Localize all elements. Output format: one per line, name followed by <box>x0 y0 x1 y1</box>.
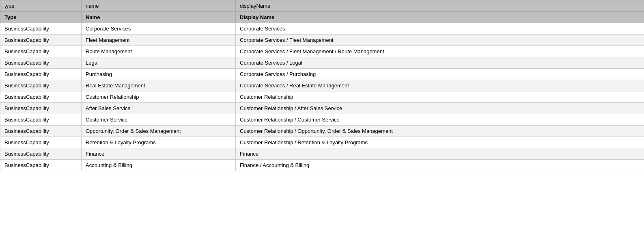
col-header-name-label: name <box>82 0 236 12</box>
cell-type: BusinessCapability <box>0 137 82 148</box>
cell-type: BusinessCapability <box>0 69 82 80</box>
col-header-type-label: type <box>0 0 82 12</box>
table-row: BusinessCapabilityFinanceFinance <box>0 148 644 160</box>
table-row: BusinessCapabilityOpportunity, Order & S… <box>0 126 644 137</box>
cell-type: BusinessCapability <box>0 126 82 137</box>
cell-type: BusinessCapability <box>0 80 82 91</box>
cell-name: Opportunity, Order & Sales Management <box>82 126 236 137</box>
table-row: BusinessCapabilityAccounting & BillingFi… <box>0 160 644 171</box>
cell-displayname: Customer Relationship / Opportunity, Ord… <box>236 126 644 137</box>
cell-name: Legal <box>82 57 236 69</box>
cell-displayname: Corporate Services / Legal <box>236 57 644 69</box>
cell-type: BusinessCapability <box>0 103 82 114</box>
cell-displayname: Finance / Accounting & Billing <box>236 160 644 171</box>
cell-name: Customer Service <box>82 114 236 126</box>
cell-displayname: Corporate Services / Fleet Management / … <box>236 46 644 57</box>
cell-type: BusinessCapability <box>0 35 82 46</box>
cell-displayname: Corporate Services / Real Estate Managem… <box>236 80 644 91</box>
cell-name: Fleet Management <box>82 35 236 46</box>
col-header-type-bold: Type <box>0 12 82 23</box>
cell-displayname: Customer Relationship / Retention & Loya… <box>236 137 644 148</box>
header-row-bold: Type Name Display Name <box>0 12 644 23</box>
table-row: BusinessCapabilityPurchasingCorporate Se… <box>0 69 644 80</box>
cell-displayname: Corporate Services / Purchasing <box>236 69 644 80</box>
cell-name: Retention & Loyalty Programs <box>82 137 236 148</box>
header-row-labels: type name displayName <box>0 0 644 12</box>
data-table: type name displayName Type Name Display … <box>0 0 644 171</box>
table-row: BusinessCapabilityAfter Sales ServiceCus… <box>0 103 644 114</box>
cell-name: Real Estate Management <box>82 80 236 91</box>
cell-type: BusinessCapability <box>0 57 82 69</box>
cell-displayname: Finance <box>236 148 644 160</box>
table-row: BusinessCapabilityFleet ManagementCorpor… <box>0 35 644 46</box>
cell-displayname: Customer Relationship / Customer Service <box>236 114 644 126</box>
cell-name: Corporate Services <box>82 23 236 35</box>
cell-type: BusinessCapability <box>0 46 82 57</box>
col-header-displayname-label: displayName <box>236 0 644 12</box>
cell-name: After Sales Service <box>82 103 236 114</box>
cell-type: BusinessCapability <box>0 91 82 103</box>
table-row: BusinessCapabilityReal Estate Management… <box>0 80 644 91</box>
col-header-name-bold: Name <box>82 12 236 23</box>
cell-name: Accounting & Billing <box>82 160 236 171</box>
cell-displayname: Customer Relationship <box>236 91 644 103</box>
cell-type: BusinessCapability <box>0 160 82 171</box>
cell-name: Purchasing <box>82 69 236 80</box>
table-row: BusinessCapabilityRoute ManagementCorpor… <box>0 46 644 57</box>
cell-name: Finance <box>82 148 236 160</box>
table-row: BusinessCapabilityCustomer RelationshipC… <box>0 91 644 103</box>
cell-displayname: Customer Relationship / After Sales Serv… <box>236 103 644 114</box>
table-row: BusinessCapabilityRetention & Loyalty Pr… <box>0 137 644 148</box>
col-header-displayname-bold: Display Name <box>236 12 644 23</box>
table-row: BusinessCapabilityCorporate ServicesCorp… <box>0 23 644 35</box>
cell-type: BusinessCapability <box>0 23 82 35</box>
table-row: BusinessCapabilityLegalCorporate Service… <box>0 57 644 69</box>
cell-displayname: Corporate Services / Fleet Management <box>236 35 644 46</box>
table-row: BusinessCapabilityCustomer ServiceCustom… <box>0 114 644 126</box>
cell-displayname: Corporate Services <box>236 23 644 35</box>
cell-name: Route Management <box>82 46 236 57</box>
cell-type: BusinessCapability <box>0 148 82 160</box>
cell-name: Customer Relationship <box>82 91 236 103</box>
cell-type: BusinessCapability <box>0 114 82 126</box>
